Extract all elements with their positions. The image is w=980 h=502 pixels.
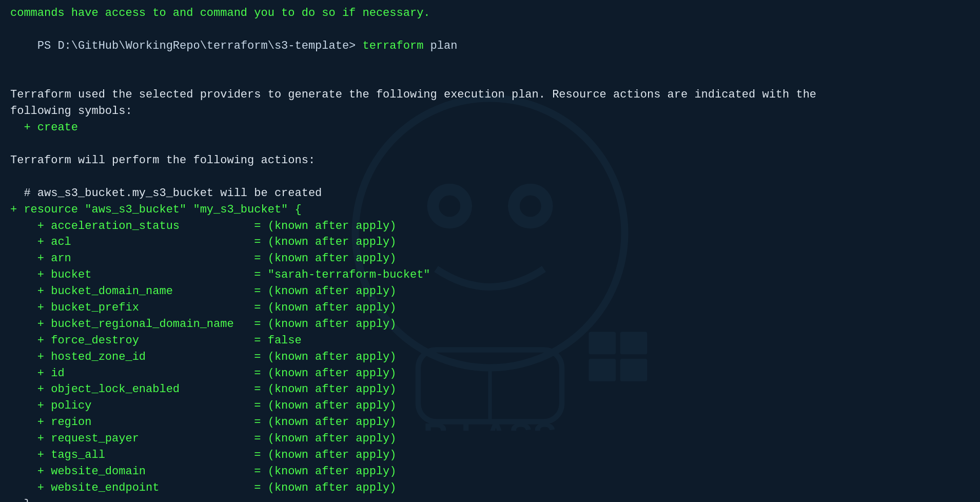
- attr-bucket-line: + bucket = "sarah-terraform-bucket": [10, 267, 970, 283]
- attr-bucket-regional-line: + bucket_regional_domain_name = (known a…: [10, 316, 970, 333]
- attr-bucket-prefix-line: + bucket_prefix = (known after apply): [10, 300, 970, 316]
- blank-1: [10, 71, 970, 87]
- resource1-open-line: + resource "aws_s3_bucket" "my_s3_bucket…: [10, 202, 970, 218]
- plan-arg: plan: [423, 40, 457, 52]
- attr-acceleration-line: + acceleration_status = (known after app…: [10, 218, 970, 235]
- blank-3: [10, 169, 970, 185]
- terraform-command: terraform: [363, 40, 424, 52]
- attr-acl-line: + acl = (known after apply): [10, 234, 970, 250]
- attr-arn-line: + arn = (known after apply): [10, 250, 970, 267]
- comment-line-1: # aws_s3_bucket.my_s3_bucket will be cre…: [10, 185, 970, 202]
- attr-website-domain-line: + website_domain = (known after apply): [10, 464, 970, 480]
- attr-bucket-domain-line: + bucket_domain_name = (known after appl…: [10, 283, 970, 300]
- attr-request-payer-line: + request_payer = (known after apply): [10, 431, 970, 447]
- attr-website-endpoint-line: + website_endpoint = (known after apply): [10, 480, 970, 496]
- ps-path: PS D:\GitHub\WorkingRepo\terraform\s3-te…: [37, 40, 363, 52]
- create-symbol-line: + create: [10, 120, 970, 136]
- attr-object-lock-line: + object_lock_enabled = (known after app…: [10, 381, 970, 398]
- resource1-close-line: }: [10, 496, 970, 502]
- actions-header-line: Terraform will perform the following act…: [10, 152, 970, 169]
- desc-line-2: following symbols:: [10, 103, 970, 120]
- warning-line: commands have access to and command you …: [10, 5, 970, 22]
- attr-tags-all-line: + tags_all = (known after apply): [10, 447, 970, 464]
- attr-force-destroy-line: + force_destroy = false: [10, 333, 970, 349]
- attr-policy-line: + policy = (known after apply): [10, 398, 970, 414]
- terminal-output: commands have access to and command you …: [0, 0, 980, 502]
- attr-id-line: + id = (known after apply): [10, 365, 970, 382]
- ps-prompt-line: PS D:\GitHub\WorkingRepo\terraform\s3-te…: [10, 22, 970, 71]
- desc-line-1: Terraform used the selected providers to…: [10, 87, 970, 103]
- attr-hosted-zone-line: + hosted_zone_id = (known after apply): [10, 349, 970, 365]
- attr-region-line: + region = (known after apply): [10, 414, 970, 431]
- blank-2: [10, 136, 970, 152]
